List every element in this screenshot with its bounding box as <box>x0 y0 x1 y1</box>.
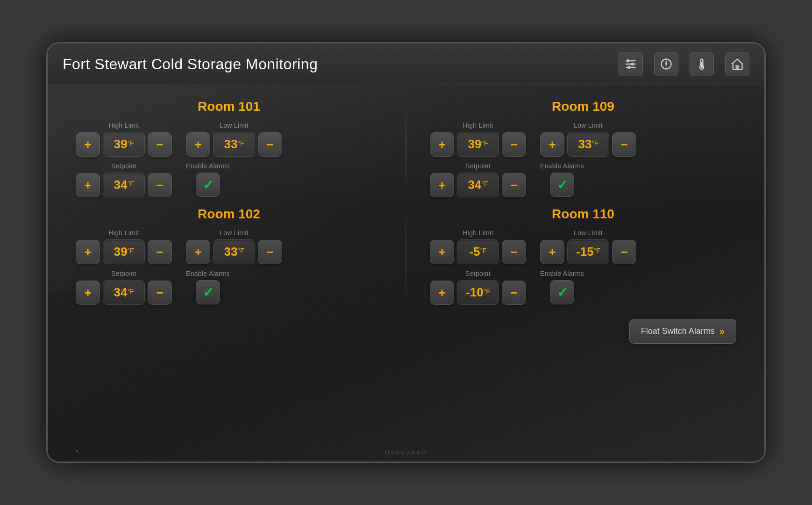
room-110-low-limit-plus[interactable]: + <box>540 240 564 264</box>
room-101-low-limit-value: 33°F <box>213 132 255 157</box>
room-110-setpoint-plus[interactable]: + <box>430 281 454 305</box>
room-101-top-controls: High Limit + 39°F − <box>76 122 382 157</box>
room-110-controls: High Limit + -5°F − <box>430 229 736 305</box>
room-102-controls: High Limit + 39°F − <box>76 229 382 305</box>
room-109-setpoint-minus[interactable]: − <box>502 173 526 197</box>
minus-icon: − <box>510 246 517 258</box>
room-110-low-limit-value: -15°F <box>567 239 609 264</box>
room-109-controls: High Limit + 39°F − <box>430 122 736 197</box>
room-110-low-limit-minus[interactable]: − <box>612 240 636 264</box>
thermometer-button[interactable] <box>690 52 714 76</box>
compass-button[interactable] <box>654 52 678 76</box>
plus-icon: + <box>548 138 556 151</box>
room-110-title: Room 110 <box>430 207 736 222</box>
room-110-high-limit-minus[interactable]: − <box>502 240 526 264</box>
room-109-low-limit-value: 33°F <box>567 132 609 157</box>
room-110-enable-alarms-toggle[interactable]: ✓ <box>550 280 574 304</box>
room-109-low-limit-minus[interactable]: − <box>612 132 636 157</box>
room-110-setpoint-widget: + -10°F − <box>430 280 526 305</box>
forward-arrows-icon: » <box>719 326 725 337</box>
room-102-high-limit-plus[interactable]: + <box>76 240 100 264</box>
minus-icon: − <box>620 246 627 258</box>
room-102-enable-alarms-label: Enable Alarms <box>186 270 230 277</box>
room-110-enable-alarms-widget: ✓ <box>550 280 574 304</box>
plus-icon: + <box>84 287 91 299</box>
room-101-panel: Room 101 High Limit + 39°F <box>76 99 382 197</box>
header: Fort Stewart Cold Storage Monitoring <box>48 43 764 85</box>
room-102-top-controls: High Limit + 39°F − <box>76 229 382 264</box>
room-102-low-limit-plus[interactable]: + <box>186 240 210 264</box>
svg-point-9 <box>665 63 667 65</box>
room-101-low-limit-minus[interactable]: − <box>258 132 282 157</box>
room-102-high-limit-value: 39°F <box>103 239 145 264</box>
float-switch-alarms-button[interactable]: Float Switch Alarms » <box>629 319 736 344</box>
plus-icon: + <box>84 138 91 151</box>
room-102-setpoint-value: 34°F <box>103 280 145 305</box>
main-content: Room 101 High Limit + 39°F <box>48 85 764 462</box>
room-102-bottom-controls: Setpoint + 34°F − <box>76 270 382 305</box>
minus-icon: − <box>620 138 627 151</box>
room-109-low-limit: Low Limit + 33°F − <box>540 122 636 157</box>
room-110-enable-alarms-label: Enable Alarms <box>540 270 584 277</box>
room-101-enable-alarms-toggle[interactable]: ✓ <box>196 173 220 197</box>
room-101-low-limit-label: Low Limit <box>220 122 249 129</box>
minus-icon: − <box>156 138 163 151</box>
room-101-setpoint: Setpoint + 34°F − <box>76 162 172 197</box>
minus-icon: − <box>156 246 163 258</box>
room-102-setpoint-minus[interactable]: − <box>148 281 172 305</box>
float-switch-label: Float Switch Alarms <box>641 326 715 336</box>
room-109-high-limit-minus[interactable]: − <box>502 132 526 157</box>
svg-rect-14 <box>736 65 739 69</box>
thermometer-icon <box>695 58 708 71</box>
room-109-setpoint-value: 34°F <box>457 173 499 197</box>
room-102-high-limit-minus[interactable]: − <box>148 240 172 264</box>
settings-sliders-button[interactable] <box>619 52 643 76</box>
room-101-setpoint-minus[interactable]: − <box>148 173 172 197</box>
rooms-divider-2 <box>406 207 406 305</box>
room-109-enable-alarms-toggle[interactable]: ✓ <box>550 173 574 197</box>
room-109-panel: Room 109 High Limit + 39°F <box>430 99 736 197</box>
room-102-setpoint: Setpoint + 34°F − <box>76 270 172 305</box>
room-109-low-limit-plus[interactable]: + <box>540 132 564 157</box>
room-110-high-limit-widget: + -5°F − <box>430 239 526 264</box>
plus-icon: + <box>194 138 201 151</box>
room-101-high-limit-value: 39°F <box>103 132 145 157</box>
room-101-high-limit-plus[interactable]: + <box>76 132 100 157</box>
room-110-high-limit-plus[interactable]: + <box>430 240 454 264</box>
room-101-setpoint-widget: + 34°F − <box>76 173 172 197</box>
room-101-setpoint-plus[interactable]: + <box>76 173 100 197</box>
room-102-enable-alarms-toggle[interactable]: ✓ <box>196 280 220 304</box>
room-109-setpoint-plus[interactable]: + <box>430 173 454 197</box>
room-109-enable-alarms-widget: ✓ <box>550 173 574 197</box>
room-102-panel: Room 102 High Limit + 39°F <box>76 207 382 305</box>
room-102-low-limit-label: Low Limit <box>220 229 249 237</box>
room-110-bottom-controls: Setpoint + -10°F − <box>430 270 736 305</box>
minus-icon: − <box>156 287 163 299</box>
indicator-dot <box>76 450 78 452</box>
plus-icon: + <box>438 246 445 258</box>
room-109-title: Room 109 <box>430 99 736 114</box>
room-110-setpoint-minus[interactable]: − <box>502 281 526 305</box>
room-102-enable-alarms-widget: ✓ <box>196 280 220 304</box>
room-101-enable-alarms: Enable Alarms ✓ <box>186 162 230 197</box>
minus-icon: − <box>510 138 517 151</box>
room-101-high-limit: High Limit + 39°F − <box>76 122 172 157</box>
room-101-low-limit-plus[interactable]: + <box>186 132 210 157</box>
room-110-setpoint-value: -10°F <box>457 280 499 305</box>
settings-sliders-icon <box>624 58 637 71</box>
room-102-low-limit-minus[interactable]: − <box>258 240 282 264</box>
room-101-low-limit-widget: + 33°F − <box>186 132 282 157</box>
home-button[interactable] <box>725 52 749 76</box>
room-102-high-limit: High Limit + 39°F − <box>76 229 172 264</box>
room-109-high-limit-plus[interactable]: + <box>430 132 454 157</box>
room-101-high-limit-minus[interactable]: − <box>148 132 172 157</box>
room-102-low-limit-widget: + 33°F − <box>186 239 282 264</box>
room-109-high-limit: High Limit + 39°F − <box>430 122 526 157</box>
room-109-setpoint-label: Setpoint <box>465 162 491 170</box>
rooms-divider-1 <box>406 99 406 197</box>
room-110-high-limit: High Limit + -5°F − <box>430 229 526 264</box>
svg-rect-1 <box>626 64 636 65</box>
checkmark-icon: ✓ <box>557 285 568 300</box>
room-102-setpoint-plus[interactable]: + <box>76 281 100 305</box>
room-109-setpoint-widget: + 34°F − <box>430 173 526 197</box>
